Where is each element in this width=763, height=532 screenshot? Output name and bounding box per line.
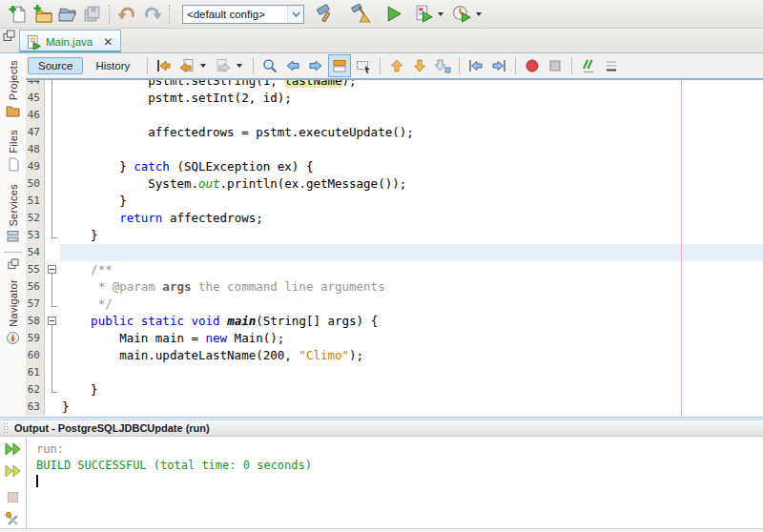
code-text[interactable]: pstmt.setString(1, lastName); [60,80,763,90]
code-text[interactable]: Main main = new Main(); [60,330,763,347]
code-text[interactable]: * @param args the command line arguments [60,278,763,296]
find-selection-button[interactable] [259,55,280,76]
line-number[interactable]: 55 [26,261,45,278]
chevron-down-icon[interactable] [200,64,206,68]
shift-left-button[interactable] [465,55,486,76]
code-text[interactable]: } [60,193,763,210]
toggle-highlight-button[interactable] [328,54,351,77]
dock-window-icon[interactable] [0,256,26,273]
fold-collapse-icon[interactable] [48,317,56,325]
dock-window-icon[interactable] [3,29,15,46]
code-text[interactable]: pstmt.setInt(2, id); [60,90,763,107]
line-number[interactable]: 50 [26,175,45,193]
clean-build-project-button[interactable] [348,2,373,27]
history-view-button[interactable]: History [85,57,140,74]
fold-collapse-icon[interactable] [48,265,56,274]
fold-margin [45,124,60,141]
chevron-down-icon[interactable] [438,12,443,16]
open-project-button[interactable] [54,2,79,27]
record-macro-button[interactable] [522,55,543,76]
tab-main-java[interactable]: Main.java ✕ [19,30,121,52]
toolbar-separator [109,5,110,24]
new-project-button[interactable] [30,2,54,27]
line-number[interactable]: 62 [26,381,45,399]
line-number[interactable]: 56 [26,278,45,296]
line-number[interactable]: 45 [26,90,45,107]
code-text[interactable]: } [60,227,763,244]
line-number[interactable]: 44 [26,80,45,90]
code-text[interactable]: } catch (SQLException ex) { [60,158,763,175]
code-text[interactable]: main.updateLastName(200, "Climo"); [60,347,763,364]
line-number[interactable]: 54 [26,244,45,261]
line-number[interactable]: 52 [26,210,45,227]
chevron-down-icon[interactable] [237,64,242,68]
line-number[interactable]: 57 [26,296,45,313]
uncomment-button[interactable] [601,55,622,76]
code-text[interactable] [60,107,763,124]
line-number[interactable]: 49 [26,158,45,175]
sidebar-item-projects[interactable]: Projects [0,53,26,123]
sidebar-item-navigator[interactable]: Navigator [0,273,26,351]
profile-project-button[interactable] [449,2,474,27]
code-text[interactable] [60,244,763,261]
run-project-button[interactable] [381,2,405,27]
drag-grip-icon [3,422,8,434]
config-dropdown[interactable]: <default config> [182,5,304,24]
line-number[interactable]: 48 [26,141,45,158]
code-text[interactable]: System.out.println(ex.getMessage()); [60,175,763,193]
line-number[interactable]: 60 [26,347,45,364]
last-edit-button[interactable] [154,55,175,76]
code-editor[interactable]: 44 pstmt.setString(1, lastName);45 pstmt… [26,80,763,417]
toolbar-separator [459,57,460,74]
code-text[interactable]: } [60,399,763,416]
chevron-down-icon[interactable] [476,12,482,16]
find-next-button[interactable] [305,55,326,76]
forward-button[interactable] [213,55,234,76]
tab-close-icon[interactable]: ✕ [103,37,113,47]
code-text[interactable]: /** [60,261,763,278]
comment-button[interactable] [578,55,599,76]
stop-build-button[interactable] [4,488,23,505]
line-number[interactable]: 61 [26,364,45,381]
line-number[interactable]: 63 [26,399,45,416]
sidebar-item-label: Navigator [8,279,19,327]
toggle-bookmark-button[interactable] [432,55,453,76]
undo-button[interactable] [114,2,139,27]
line-number[interactable]: 47 [26,124,45,141]
output-text[interactable]: run:BUILD SUCCESSFUL (total time: 0 seco… [36,438,763,490]
sidebar-item-services[interactable]: Services [0,177,26,250]
shift-right-button[interactable] [488,55,509,76]
line-number[interactable]: 53 [26,227,45,244]
line-number[interactable]: 46 [26,107,45,124]
next-bookmark-button[interactable] [409,55,430,76]
toggle-highlight-icon [331,57,348,74]
code-text[interactable] [60,141,763,158]
code-text[interactable]: */ [60,296,763,313]
rerun-button[interactable] [4,440,23,458]
output-panel-header[interactable]: Output - PostgreSQLJDBCUpdate (run) [0,420,763,437]
build-project-button[interactable] [312,2,337,27]
previous-bookmark-button[interactable] [386,55,407,76]
line-number[interactable]: 51 [26,193,45,210]
source-view-button[interactable]: Source [28,57,83,74]
code-text[interactable]: public static void main(String[] args) { [60,313,763,330]
fold-margin [45,158,60,175]
ant-settings-button[interactable] [4,510,23,527]
line-number[interactable]: 58 [26,313,45,330]
line-number[interactable]: 59 [26,330,45,347]
code-text[interactable] [60,364,763,381]
code-text[interactable]: affectedrows = pstmt.executeUpdate(); [60,124,763,141]
save-all-button[interactable] [79,2,104,27]
code-text[interactable]: } [60,381,763,399]
code-text[interactable]: return affectedrows; [60,210,763,227]
find-previous-button[interactable] [282,55,303,76]
chevron-down-icon[interactable] [287,6,303,23]
redo-button[interactable] [139,2,164,27]
debug-project-button[interactable] [411,2,436,27]
new-file-button[interactable] [5,2,30,27]
back-button[interactable] [176,55,197,76]
rerun-with-params-button[interactable] [4,462,23,480]
rectangular-selection-button[interactable] [353,55,374,76]
sidebar-item-files[interactable]: Files [0,123,26,177]
stop-macro-button[interactable] [545,55,566,76]
